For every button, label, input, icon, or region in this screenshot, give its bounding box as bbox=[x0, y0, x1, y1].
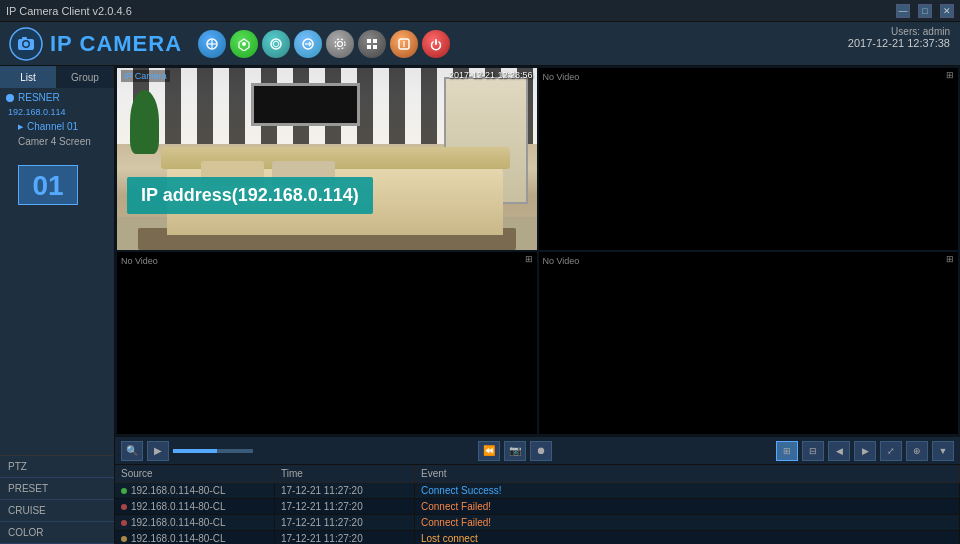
channel-number-badge: 01 bbox=[18, 165, 78, 205]
sidebar-bottom-controls: PTZ PRESET CRUISE COLOR bbox=[0, 455, 114, 544]
power-icon[interactable] bbox=[422, 30, 450, 58]
layout-1-button[interactable]: ⊞ bbox=[776, 441, 798, 461]
camera-3-no-video: No Video bbox=[121, 256, 158, 266]
log-status-dot-2 bbox=[121, 504, 127, 510]
sidebar-server-item[interactable]: RESNER bbox=[0, 88, 114, 107]
volume-slider[interactable] bbox=[173, 449, 253, 453]
camera-cell-4[interactable]: No Video ⊞ bbox=[539, 252, 959, 434]
sidebar-screen-item[interactable]: Camer 4 Screen bbox=[0, 134, 114, 149]
log-area: Source Time Event 192.168.0.114-80-CL 17… bbox=[115, 464, 960, 544]
maximize-button[interactable]: □ bbox=[918, 4, 932, 18]
content-area: 2017-12-21 12:23:56 IP address(192.168.0… bbox=[115, 66, 960, 544]
svg-rect-14 bbox=[367, 39, 371, 43]
cruise-button[interactable]: CRUISE bbox=[0, 500, 114, 522]
log-time-4: 17-12-21 11:27:20 bbox=[275, 531, 415, 544]
server-status-dot bbox=[6, 94, 14, 102]
prev-page-button[interactable]: ◀ bbox=[828, 441, 850, 461]
sidebar-channel-01[interactable]: Channel 01 bbox=[0, 119, 114, 134]
svg-rect-15 bbox=[373, 39, 377, 43]
log-col-source: Source bbox=[115, 465, 275, 482]
screen-label: Camer 4 Screen bbox=[18, 136, 91, 147]
camera-cell-2[interactable]: No Video ⊞ bbox=[539, 68, 959, 250]
sidebar-tab-group[interactable]: Group bbox=[57, 66, 114, 88]
settings-icon[interactable] bbox=[326, 30, 354, 58]
sidebar-tab-list[interactable]: List bbox=[0, 66, 57, 88]
camera-1-timestamp: 2017-12-21 12:23:56 bbox=[449, 70, 533, 80]
log-status-dot-4 bbox=[121, 536, 127, 542]
svg-rect-17 bbox=[373, 45, 377, 49]
play-button[interactable]: ▶ bbox=[147, 441, 169, 461]
log-time-2: 17-12-21 11:27:20 bbox=[275, 499, 415, 514]
camera-3-expand[interactable]: ⊞ bbox=[525, 254, 533, 264]
close-button[interactable]: ✕ bbox=[940, 4, 954, 18]
camera-toolbar: 🔍 ▶ ⏪ 📷 ⏺ ⊞ ⊟ ◀ ▶ ⤢ ⊕ ▼ bbox=[115, 436, 960, 464]
camera-1-label: IP Camera bbox=[121, 70, 170, 82]
log-event-3: Connect Failed! bbox=[415, 515, 960, 530]
svg-point-13 bbox=[335, 39, 345, 49]
sidebar: List Group RESNER 192.168.0.114 Channel … bbox=[0, 66, 115, 544]
log-source-3: 192.168.0.114-80-CL bbox=[115, 515, 275, 530]
log-status-dot-1 bbox=[121, 488, 127, 494]
tv-display bbox=[251, 83, 360, 127]
ip-address-overlay: IP address(192.168.0.114) bbox=[127, 177, 373, 214]
datetime-display: 2017-12-21 12:37:38 bbox=[848, 37, 950, 49]
svg-rect-4 bbox=[22, 37, 27, 40]
search-button[interactable]: 🔍 bbox=[121, 441, 143, 461]
toolbar-icon-6[interactable] bbox=[358, 30, 386, 58]
toolbar-icon-2[interactable] bbox=[230, 30, 258, 58]
log-row-2[interactable]: 192.168.0.114-80-CL 17-12-21 11:27:20 Co… bbox=[115, 499, 960, 515]
app-title: IP CAMERA bbox=[8, 26, 182, 62]
color-button[interactable]: COLOR bbox=[0, 522, 114, 544]
camera-4-expand[interactable]: ⊞ bbox=[946, 254, 954, 264]
log-rows: 192.168.0.114-80-CL 17-12-21 11:27:20 Co… bbox=[115, 483, 960, 544]
fullscreen-button[interactable]: ⤢ bbox=[880, 441, 902, 461]
log-source-4: 192.168.0.114-80-CL bbox=[115, 531, 275, 544]
app-version-label: IP Camera Client v2.0.4.6 bbox=[6, 5, 132, 17]
log-source-1: 192.168.0.114-80-CL bbox=[115, 483, 275, 498]
log-time-1: 17-12-21 11:27:20 bbox=[275, 483, 415, 498]
preset-button[interactable]: PRESET bbox=[0, 478, 114, 500]
camera-2-expand[interactable]: ⊞ bbox=[946, 70, 954, 80]
camera-4-no-video: No Video bbox=[543, 256, 580, 266]
next-page-button[interactable]: ▶ bbox=[854, 441, 876, 461]
volume-fill bbox=[173, 449, 217, 453]
log-event-4: Lost connect bbox=[415, 531, 960, 544]
svg-rect-16 bbox=[367, 45, 371, 49]
snapshot-button[interactable]: 📷 bbox=[504, 441, 526, 461]
ptz-button[interactable]: PTZ bbox=[0, 456, 114, 478]
toolbar-icon-7[interactable] bbox=[390, 30, 418, 58]
log-event-1: Connect Success! bbox=[415, 483, 960, 498]
record-button[interactable]: ⏺ bbox=[530, 441, 552, 461]
toolbar-icon-4[interactable] bbox=[294, 30, 322, 58]
server-ip: 192.168.0.114 bbox=[0, 107, 114, 119]
camera-cell-3[interactable]: No Video ⊞ bbox=[117, 252, 537, 434]
log-header: Source Time Event bbox=[115, 465, 960, 483]
log-row-1[interactable]: 192.168.0.114-80-CL 17-12-21 11:27:20 Co… bbox=[115, 483, 960, 499]
plant-decor bbox=[130, 90, 159, 154]
header: IP CAMERA Users: admin 2017-12-21 12:37:… bbox=[0, 22, 960, 66]
log-row-3[interactable]: 192.168.0.114-80-CL 17-12-21 11:27:20 Co… bbox=[115, 515, 960, 531]
camera-logo-icon bbox=[8, 26, 44, 62]
camera-cell-1[interactable]: 2017-12-21 12:23:56 IP address(192.168.0… bbox=[117, 68, 537, 250]
log-row-4[interactable]: 192.168.0.114-80-CL 17-12-21 11:27:20 Lo… bbox=[115, 531, 960, 544]
window-controls: — □ ✕ bbox=[896, 4, 954, 18]
sidebar-content: RESNER 192.168.0.114 Channel 01 Camer 4 … bbox=[0, 88, 114, 455]
header-toolbar bbox=[198, 30, 450, 58]
layout-2-button[interactable]: ⊟ bbox=[802, 441, 824, 461]
svg-point-8 bbox=[242, 42, 246, 46]
log-col-event: Event bbox=[415, 465, 960, 482]
expand-all-button[interactable]: ⊕ bbox=[906, 441, 928, 461]
toolbar-icon-1[interactable] bbox=[198, 30, 226, 58]
title-bar: IP Camera Client v2.0.4.6 — □ ✕ bbox=[0, 0, 960, 22]
main-layout: List Group RESNER 192.168.0.114 Channel … bbox=[0, 66, 960, 544]
channel-label: Channel 01 bbox=[27, 121, 78, 132]
server-name: RESNER bbox=[18, 92, 60, 103]
more-button[interactable]: ▼ bbox=[932, 441, 954, 461]
app-title-text: IP CAMERA bbox=[50, 31, 182, 57]
header-user-info: Users: admin 2017-12-21 12:37:38 bbox=[848, 26, 950, 49]
rewind-button[interactable]: ⏪ bbox=[478, 441, 500, 461]
minimize-button[interactable]: — bbox=[896, 4, 910, 18]
toolbar-icon-3[interactable] bbox=[262, 30, 290, 58]
svg-point-3 bbox=[24, 41, 29, 46]
camera-grid: 2017-12-21 12:23:56 IP address(192.168.0… bbox=[115, 66, 960, 436]
